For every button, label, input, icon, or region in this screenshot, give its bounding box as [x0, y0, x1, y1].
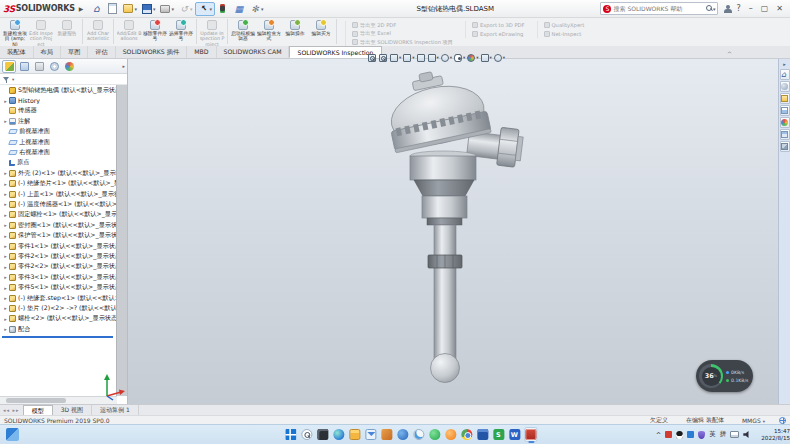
tree-item[interactable]: ▸ 外壳 (2)<1> (默认<<默认>_显示状态: [0, 168, 116, 178]
tree-item[interactable]: ▸ 注解: [0, 116, 116, 126]
scrollbar-thumb[interactable]: [6, 398, 66, 403]
section-view-icon[interactable]: ▾: [403, 54, 414, 62]
ribbon-button[interactable]: 新建检查项目 (amp;N): [3, 19, 28, 47]
home-button[interactable]: [89, 3, 104, 15]
document-tab[interactable]: 模型: [23, 405, 53, 415]
hide-show-items-icon[interactable]: ▾: [454, 54, 465, 62]
undo-button[interactable]: ▾: [177, 3, 195, 15]
export-menu-item[interactable]: 导出至 2D PDF: [352, 21, 453, 30]
tree-item[interactable]: ▸ (-) 温度传感器<1> (默认<<默认>_显: [0, 199, 116, 209]
ribbon-button[interactable]: 启动模板编辑器: [231, 19, 256, 47]
ribbon-button[interactable]: 编辑买方: [309, 19, 334, 47]
rebuild-button[interactable]: [216, 3, 231, 15]
tab-solidworks-cam[interactable]: [780, 141, 790, 152]
task-pane-expand-icon[interactable]: ▸: [783, 61, 786, 67]
tree-vertical-scrollbar[interactable]: [116, 85, 127, 396]
tree-expand-icon[interactable]: ▸: [2, 305, 9, 311]
tree-expand-icon[interactable]: ▸: [2, 233, 9, 239]
export-menu-item[interactable]: Net-Inspect: [544, 30, 585, 39]
tree-item[interactable]: ▸ 螺栓<2> (默认<<默认>_显示状态: [0, 314, 116, 324]
app-light-circle-icon[interactable]: [412, 427, 425, 442]
tray-app-blue-icon[interactable]: [687, 431, 694, 438]
app-green-circle-icon[interactable]: [428, 427, 441, 442]
ribbon-button[interactable]: [113, 19, 114, 44]
help-button[interactable]: ?: [732, 4, 744, 13]
tray-expand-icon[interactable]: ^: [656, 431, 661, 439]
edge-icon[interactable]: [332, 427, 345, 442]
tree-item[interactable]: ▸ History: [0, 95, 116, 105]
tree-expand-icon[interactable]: ▸: [2, 191, 9, 197]
ribbon-tab[interactable]: 装配体: [0, 46, 34, 58]
tree-expand-icon[interactable]: ▸: [2, 253, 9, 259]
print-button[interactable]: ▾: [158, 3, 176, 15]
ribbon-button[interactable]: [227, 19, 228, 44]
ribbon-button[interactable]: Add Characteristic: [86, 19, 111, 47]
help-search-box[interactable]: S ▾: [600, 2, 718, 15]
document-tab[interactable]: 运动算例 1: [92, 405, 139, 415]
graphics-viewport[interactable]: 36% 0KB/s 0.1KB/s: [128, 59, 778, 404]
start-button[interactable]: [284, 427, 297, 442]
tree-item[interactable]: 原点: [0, 158, 116, 168]
tree-expand-icon[interactable]: ▸: [2, 170, 9, 176]
restore-button[interactable]: ▢: [757, 4, 773, 13]
search-caret-icon[interactable]: ▾: [713, 6, 716, 12]
tree-expand-icon[interactable]: ▸: [2, 316, 9, 322]
ribbon-tab[interactable]: 评估: [88, 46, 115, 58]
tree-item[interactable]: ▸ 配合: [0, 324, 116, 334]
taskbar-clock[interactable]: 15:47 2022/8/15: [761, 428, 790, 442]
app-blue-circle-icon[interactable]: [396, 427, 409, 442]
search-icon[interactable]: [706, 5, 713, 12]
model-head-body[interactable]: [410, 156, 476, 180]
tree-item[interactable]: ▸ (-) 上盖<1> (默认<<默认>_显示状态: [0, 189, 116, 199]
new-document-button[interactable]: [105, 3, 120, 15]
tree-item[interactable]: ▸ 零件2<2> (默认<<默认>_显示状态: [0, 262, 116, 272]
tab-displaymanager[interactable]: [62, 60, 76, 73]
tray-app-red-icon[interactable]: [665, 431, 672, 438]
tree-expand-icon[interactable]: ▸: [2, 201, 9, 207]
search-button[interactable]: [300, 427, 313, 442]
tree-expand-icon[interactable]: ▸: [2, 326, 9, 332]
tree-expand-icon[interactable]: ▸: [2, 222, 9, 228]
export-menu-item[interactable]: Export to 3D PDF: [472, 21, 525, 30]
minimize-button[interactable]: –: [745, 4, 757, 13]
tree-expand-icon[interactable]: ▸: [2, 274, 9, 280]
tray-qq-icon[interactable]: [676, 431, 683, 439]
search-input[interactable]: [613, 5, 705, 12]
ribbon-tab[interactable]: SOLIDWORKS CAM: [217, 46, 290, 58]
tree-expand-icon[interactable]: ▸: [2, 295, 9, 301]
display-style-icon[interactable]: ▾: [441, 54, 452, 62]
ribbon-tab[interactable]: SOLIDWORKS 插件: [116, 46, 187, 58]
ribbon-tab[interactable]: MBD: [187, 46, 216, 58]
tab-design-library[interactable]: [780, 81, 790, 92]
chrome-icon[interactable]: [460, 427, 473, 442]
open-button[interactable]: ▾: [121, 3, 139, 15]
app-green-tile-icon[interactable]: S: [492, 427, 505, 442]
zoom-to-area-icon[interactable]: [379, 54, 388, 62]
export-menu-item[interactable]: 导出至 Excel: [352, 30, 453, 39]
app-orange-icon[interactable]: [380, 427, 393, 442]
solidworks-taskbar-icon[interactable]: [524, 427, 537, 442]
view-settings-icon[interactable]: ▾: [494, 54, 505, 62]
ribbon-button[interactable]: Update Inspection Project: [200, 19, 225, 47]
tree-item[interactable]: 上视基准面: [0, 137, 116, 147]
task-view-button[interactable]: [316, 427, 329, 442]
apply-scene-icon[interactable]: ▾: [481, 54, 492, 62]
ribbon-button[interactable]: Add/Edit Balloons: [117, 19, 142, 47]
tab-custom-properties[interactable]: [780, 129, 790, 140]
tab-solidworks-resources[interactable]: [780, 69, 790, 80]
tree-expand-icon[interactable]: ▸: [2, 98, 9, 104]
tree-item[interactable]: 传感器: [0, 106, 116, 116]
zoom-to-fit-icon[interactable]: [368, 54, 377, 62]
volume-icon[interactable]: [743, 431, 751, 439]
tree-expand-icon[interactable]: ▸: [2, 212, 9, 218]
edit-appearance-icon[interactable]: ▾: [467, 54, 478, 62]
tab-scroll-buttons[interactable]: ◂◂ ▸▸: [0, 405, 23, 415]
ribbon-button[interactable]: [82, 19, 83, 44]
tree-expand-icon[interactable]: ▸: [2, 264, 9, 270]
model-collar[interactable]: [422, 196, 467, 218]
mail-icon[interactable]: [364, 427, 377, 442]
tree-expand-icon[interactable]: ▸: [2, 243, 9, 249]
tree-item[interactable]: ▸ 零件5<1> (默认<<默认>_显示状态: [0, 282, 116, 292]
dynamic-annotation-views-icon[interactable]: [417, 54, 426, 62]
ribbon-button[interactable]: 新建报告: [55, 19, 80, 47]
